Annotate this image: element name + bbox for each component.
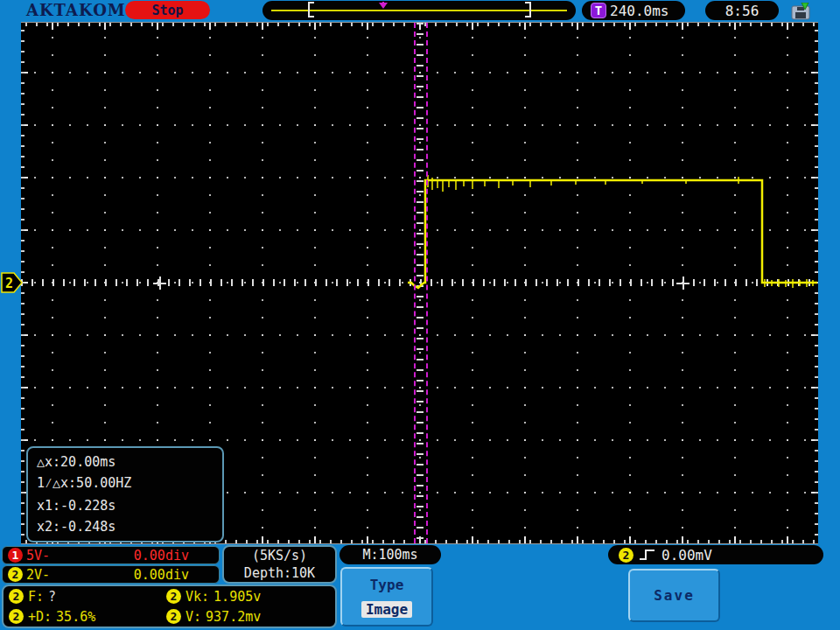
cursor-readout-box: △x:20.00ms 1⁄△x:50.00HZ x1:-0.228s x2:-0… xyxy=(26,446,224,542)
acquisition-status-label: Stop xyxy=(151,3,183,18)
acquisition-info-box: (5KS/s) Depth:10K xyxy=(222,545,337,584)
trigger-status-badge: 2 0.00mV xyxy=(608,545,823,564)
meas-ch-badge: 2 xyxy=(9,589,24,604)
channel1-badge: 1 xyxy=(8,548,23,563)
save-button[interactable]: Save xyxy=(628,569,720,622)
meas-ch-badge: 2 xyxy=(166,589,181,604)
storage-disk-icon xyxy=(789,3,814,20)
time-cursor-x2[interactable] xyxy=(414,23,416,543)
record-length-line xyxy=(271,10,567,11)
acquisition-status-badge: Stop xyxy=(125,1,210,19)
meas-value: ? xyxy=(48,589,56,605)
brand-logo: AKTAKOM xyxy=(26,1,126,19)
oscilloscope-screen: { "top_bar": { "brand": "AKTAKOM", "acq_… xyxy=(0,0,840,630)
time-cursor-x1[interactable] xyxy=(426,23,428,543)
type-menu-label: Type xyxy=(370,577,404,593)
meas-value: 1.905v xyxy=(214,589,261,605)
top-status-bar: AKTAKOM Stop T 240.0ms 8:56 xyxy=(0,0,840,22)
meas-ch-badge: 2 xyxy=(9,609,24,624)
timebase-badge: M:100ms xyxy=(340,545,441,564)
meas-value: 937.2mv xyxy=(206,609,261,625)
svg-text:2: 2 xyxy=(5,276,13,291)
meas-ch-badge: 2 xyxy=(166,609,181,624)
type-menu-selected-value[interactable]: Image xyxy=(361,601,412,618)
channel2-scale: 2V- xyxy=(26,567,50,583)
channel2-level-marker[interactable]: 2 xyxy=(1,271,24,294)
trigger-time-badge: T 240.0ms xyxy=(582,1,685,20)
meas-value: 35.6% xyxy=(56,609,95,625)
channel1-offset: 0.00div xyxy=(134,548,189,564)
clock-badge: 8:56 xyxy=(705,1,779,20)
trigger-position-marker-icon xyxy=(379,3,388,9)
cursor-x2-value: x2:-0.248s xyxy=(37,519,214,535)
cursor-inv-delta-x: 1⁄△x:50.00HZ xyxy=(37,475,214,492)
channel1-status-row: 1 5V- 0.00div xyxy=(2,546,220,564)
window-left-bracket-icon xyxy=(308,2,314,18)
type-menu-button[interactable]: Type Image xyxy=(340,567,433,626)
cursor-delta-x: △x:20.00ms xyxy=(37,454,214,470)
channel2-badge: 2 xyxy=(8,567,23,582)
channel1-scale: 5V- xyxy=(26,548,50,564)
sample-rate: (5KS/s) xyxy=(252,548,307,564)
cursor-x1-value: x1:-0.228s xyxy=(37,498,214,514)
trigger-level-value: 0.00mV xyxy=(662,547,712,564)
meas-label: +D: xyxy=(28,609,52,625)
trigger-t-icon: T xyxy=(591,3,606,18)
meas-label: V: xyxy=(186,609,201,625)
trigger-time-value: 240.0ms xyxy=(610,3,668,19)
rising-edge-icon xyxy=(639,548,656,562)
meas-label: Vk: xyxy=(186,589,209,605)
clock-value: 8:56 xyxy=(725,3,760,19)
save-button-label: Save xyxy=(654,587,695,604)
channel2-offset: 0.00div xyxy=(134,567,189,583)
record-depth: Depth:10K xyxy=(244,565,315,581)
timebase-value: M:100ms xyxy=(362,547,417,563)
measurement-voltage: 2 V: 937.2mv xyxy=(166,609,330,625)
measurements-box: 2 F: ? 2 Vk: 1.905v 2 +D: 35.6% 2 V: 937… xyxy=(2,584,337,628)
trigger-source-badge: 2 xyxy=(619,548,634,563)
measurement-frequency: 2 F: ? xyxy=(9,589,166,605)
measurement-vk: 2 Vk: 1.905v xyxy=(166,589,330,605)
measurement-duty: 2 +D: 35.6% xyxy=(9,609,166,625)
window-right-bracket-icon xyxy=(525,2,531,18)
record-window-indicator xyxy=(262,1,576,20)
channel2-status-row: 2 2V- 0.00div xyxy=(2,565,220,584)
meas-label: F: xyxy=(28,589,44,605)
